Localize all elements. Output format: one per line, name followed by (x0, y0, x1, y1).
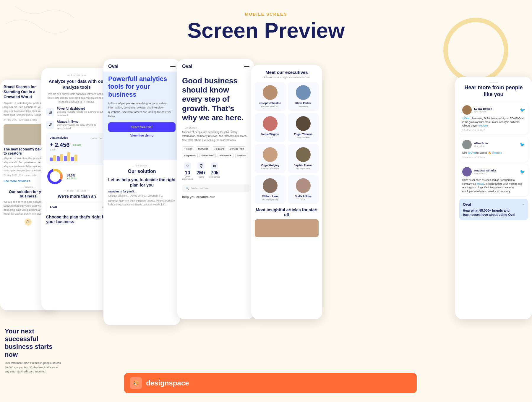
tweet-augusta: Augusta Schultz @guschultz 🐦 Have never … (459, 164, 528, 196)
oval-logo-business: Oval (182, 64, 192, 69)
brand-amazon: amazon (235, 153, 248, 158)
standart-detail: Quisque aliquam... Donec ornare... venen… (108, 194, 176, 198)
exec-avatar-virgie (263, 147, 278, 162)
analytics-label: — Analytics — (46, 74, 108, 77)
executives-subtitle: A few of the amazing brands who trust Ov… (255, 76, 319, 79)
business-main-title: Good business should know every step of … (182, 76, 249, 122)
exec-name-edgar: Edgar Thomas (290, 133, 316, 136)
brand-square: □ Square (212, 146, 226, 151)
exec-avatar-nettie (263, 116, 278, 131)
tweet-handle-lucas: @lc_bowen (474, 110, 518, 113)
hero-title: Powerfull analytics tools for your busin… (108, 75, 176, 98)
feature-1: ⊞ Powerful dashboard Combine multiple re… (46, 107, 108, 117)
exec-virgie: Virgie Gregory SVP of Operations (255, 144, 286, 173)
exec-joseph: Joseph Johnston Founder and CEO (255, 82, 286, 111)
oval-tweet-title: Hear what 95,000+ brands and businesses … (463, 208, 524, 217)
oval-tweet-nav: Oval ≡ (463, 202, 524, 207)
tweet-allen: Allen Soto @sl_allen 🐦 New @Oval for web… (459, 137, 528, 162)
tweet-handle-allen: @sl_allen (474, 145, 518, 147)
exec-avatar-edgar (296, 116, 311, 131)
chart-title: Data Analytics (50, 136, 68, 139)
brand-grubhub: GRUBHUB (200, 153, 216, 158)
tweet-lucas: Lucas Bowen @lc_bowen 🐦 @Oval I love usi… (459, 102, 528, 134)
business-navbar: Oval (177, 59, 254, 72)
exec-stella: Stella Adkins CLA (288, 175, 319, 204)
exec-role-edgar: EVP of Sales (290, 136, 316, 139)
chart-small-num: 1,395 (50, 148, 104, 151)
tweet-avatar-lucas (462, 105, 472, 115)
chart-change: ↑ 28.63% (71, 144, 81, 146)
twitter-icon-1: 🐦 (520, 108, 525, 112)
search-bar[interactable]: 🔍 Search articles... (182, 184, 249, 192)
section-label: MOBILE SCREEN (0, 12, 532, 17)
testimonials-top-label: — — — (459, 81, 528, 84)
designspace-label: designspace (146, 379, 189, 387)
tweet-allen-header: Allen Soto @sl_allen 🐦 (462, 140, 525, 149)
tweet-lucas-header: Lucas Bowen @lc_bowen 🐦 (462, 105, 525, 115)
tweet-name-allen: Allen Soto (474, 142, 518, 145)
exec-clifford: Clifford Lane VP of Marketing (255, 175, 286, 204)
designspace-bar: 🎨 designspace (124, 373, 417, 393)
exec-name-jayden: Jayden Frazier (290, 164, 316, 167)
brand-walmart: Walmart ★ (218, 153, 234, 158)
next-biz-text: Join with more than 1.8 million people a… (5, 361, 63, 374)
percent-label: 86.5% (67, 174, 77, 177)
search-icon: 🔍 (186, 187, 189, 190)
business-analytics-label: — Analytics — (182, 127, 249, 129)
tweet-avatar-allen (462, 140, 472, 149)
screen-hero: Oval Powerfull analytics tools for your … (103, 59, 180, 325)
menu-icon-hero[interactable] (170, 65, 176, 68)
hero-text: Millions of people are searching for job… (108, 101, 176, 118)
bar-3 (57, 156, 60, 161)
executives-grid: Joseph Johnston Founder and CEO Steve Pa… (255, 82, 319, 204)
stat-years-unit: years (182, 176, 193, 178)
oval-logo-small: Oval (50, 205, 57, 209)
tweet-handle-augusta: @guschultz (474, 172, 518, 175)
exec-name-joseph: Joseph Johnston (257, 102, 283, 105)
feature2-title: Always in Sync (57, 120, 108, 123)
stat-users-label: users (197, 176, 206, 178)
stat-years: ☆ 10 years experience (182, 162, 193, 180)
oval-logo-hero: Oval (108, 64, 119, 69)
brand-hubspot: HubSpot (196, 146, 210, 151)
bar-7 (71, 157, 74, 161)
help-text: help you creative eur. (182, 195, 249, 199)
perc-change: ▲ 29.63% (67, 177, 77, 179)
exec-steve: Steve Parker President (288, 82, 319, 111)
tweet-user-lucas: Lucas Bowen @lc_bowen (474, 107, 518, 113)
business-content: Good business should know every step of … (177, 72, 254, 203)
features-section: — Features — Our solution Let us help yo… (103, 160, 180, 211)
exec-edgar: Edgar Thomas EVP of Sales (288, 113, 319, 142)
oval-bottom-bar: Oval ≡ (46, 202, 108, 212)
chart-date: Dec 21 - Jan 1 (90, 137, 104, 140)
tweet-avatar-augusta (462, 167, 472, 176)
tweet-user-augusta: Augusta Schultz @guschultz (474, 169, 518, 175)
donut-chart (46, 168, 64, 185)
exec-role-steve: President (290, 105, 316, 108)
screen-business: Oval Good business should know every ste… (177, 59, 254, 319)
more-features-label: — More Features — (46, 189, 108, 192)
feature-2: ↺ Always in Sync Don't worry about the d… (46, 120, 108, 130)
hero-content: Powerfull analytics tools for your busin… (103, 72, 180, 160)
bar-8 (74, 155, 77, 161)
exec-role-stella: CLA (290, 198, 316, 201)
screen-executives: Meet our executives A few of the amazing… (251, 65, 322, 319)
hero-navbar: Oval (103, 59, 180, 72)
next-biz-title: Your next successful business starts now (5, 328, 63, 359)
more-title: We're more than an (46, 194, 108, 199)
executives-title: Meet our executives (255, 70, 319, 75)
feature2-text: Don't worry about the data, always be sy… (57, 123, 108, 130)
exec-role-jayden: VP of Finance (290, 167, 316, 170)
view-demo-link[interactable]: View live demo (108, 134, 176, 137)
tweet-augusta-header: Augusta Schultz @guschultz 🐦 (462, 167, 525, 176)
menu-icon-business[interactable] (244, 65, 249, 68)
oval-tweet-menu: ≡ (523, 202, 524, 206)
oval-tweet-logo: Oval (463, 202, 471, 207)
exec-name-virgie: Virgie Gregory (257, 164, 283, 167)
hear-more-title: Hear more from people like you (459, 84, 528, 98)
start-trial-button[interactable]: Start free trial (108, 122, 176, 132)
solution-subtitle: Let us help you to decide the right plan… (108, 177, 176, 188)
analytics-chart: Data Analytics Dec 21 - Jan 1 + 2.456 ↑ … (46, 133, 108, 165)
percent-row: 86.5% ▲ 29.63% (46, 168, 108, 185)
exec-name-stella: Stella Adkins (290, 195, 316, 198)
